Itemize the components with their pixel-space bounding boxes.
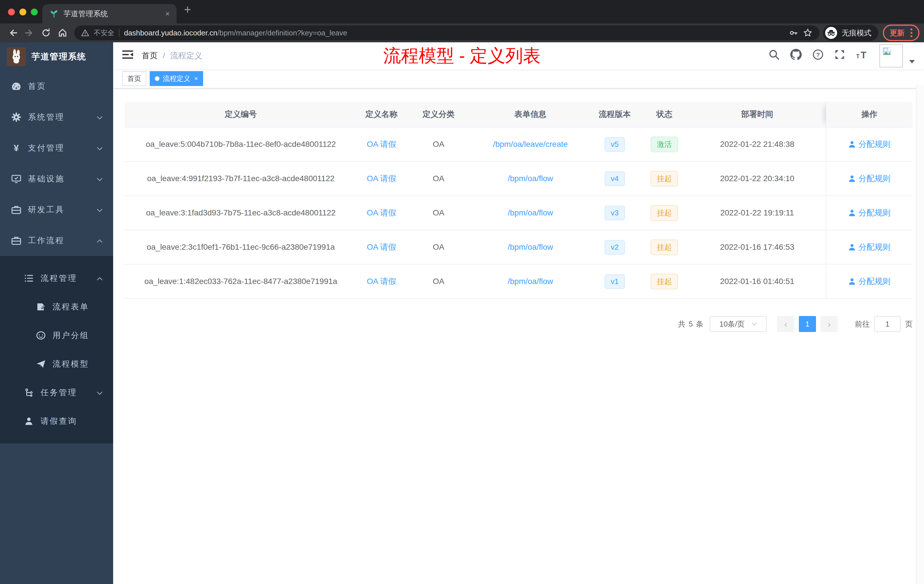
chrome-update-button[interactable]: 更新 bbox=[883, 25, 919, 41]
definition-name-link[interactable]: OA 请假 bbox=[367, 243, 396, 251]
sidebar-item-label: 流程模型 bbox=[53, 358, 89, 370]
sidebar-item-user-group[interactable]: 用户分组 bbox=[0, 321, 113, 350]
security-label: 不安全 bbox=[94, 28, 114, 38]
definition-name-link[interactable]: OA 请假 bbox=[367, 140, 396, 148]
url-path: /bpm/manager/definition?key=oa_leave bbox=[218, 28, 347, 37]
cell-actions: 分配规则 bbox=[826, 162, 912, 196]
address-bar[interactable]: 不安全 dashboard.yudao.iocoder.cn/bpm/manag… bbox=[74, 25, 819, 40]
tab-strip: 芋道管理系统 × + bbox=[0, 0, 924, 23]
tags-view: 首页 流程定义 × bbox=[113, 69, 924, 89]
fullscreen-icon[interactable] bbox=[834, 49, 845, 62]
back-button[interactable] bbox=[5, 25, 21, 41]
table-row: oa_leave:3:1fad3d93-7b75-11ec-a3c8-acde4… bbox=[125, 196, 912, 230]
monitor-check-icon bbox=[12, 175, 21, 183]
document-edit-icon bbox=[36, 303, 46, 311]
sidebar-item-system[interactable]: 系统管理 bbox=[0, 102, 113, 133]
sidebar-item-label: 首页 bbox=[28, 81, 46, 92]
goto-page-input[interactable]: 1 bbox=[874, 316, 901, 332]
cell-category: OA bbox=[406, 162, 472, 196]
definition-name-link[interactable]: OA 请假 bbox=[367, 174, 396, 183]
next-page-button[interactable]: › bbox=[820, 316, 838, 332]
favicon-seedling-icon bbox=[49, 9, 59, 18]
sidebar-item-workflow[interactable]: 工作流程 bbox=[0, 225, 113, 256]
minimize-window-button[interactable] bbox=[20, 8, 26, 15]
cell-category: OA bbox=[406, 127, 472, 162]
close-window-button[interactable] bbox=[8, 8, 15, 15]
browser-tab[interactable]: 芋道管理系统 × bbox=[42, 4, 177, 23]
form-link[interactable]: /bpm/oa/leave/create bbox=[493, 140, 568, 148]
sidebar-item-process-model[interactable]: 流程模型 bbox=[0, 350, 113, 378]
sidebar-collapse-icon[interactable] bbox=[122, 50, 133, 61]
github-icon[interactable] bbox=[790, 49, 802, 63]
table-header-row: 定义编号 定义名称 定义分类 表单信息 流程版本 状态 部署时间 操作 bbox=[125, 102, 912, 127]
zoom-window-button[interactable] bbox=[31, 8, 38, 15]
status-badge: 挂起 bbox=[650, 274, 678, 289]
app-frame: 芋道管理系统 首页 系统管理 ¥ 支付管 bbox=[0, 42, 924, 584]
assign-rule-link[interactable]: 分配规则 bbox=[848, 242, 891, 252]
sidebar-item-dev-tools[interactable]: 研发工具 bbox=[0, 194, 113, 225]
form-link[interactable]: /bpm/oa/flow bbox=[508, 243, 553, 251]
assign-rule-link[interactable]: 分配规则 bbox=[848, 276, 891, 287]
breadcrumb: 首页 / 流程定义 bbox=[142, 50, 202, 61]
cell-id: oa_leave:3:1fad3d93-7b75-11ec-a3c8-acde4… bbox=[125, 196, 357, 230]
scrollbar-gutter[interactable] bbox=[916, 84, 924, 584]
definition-name-link[interactable]: OA 请假 bbox=[367, 208, 396, 217]
sidebar-item-leave-query[interactable]: 请假查询 bbox=[0, 407, 113, 436]
cell-deploy-time: 2022-01-22 21:48:38 bbox=[689, 127, 826, 162]
user-icon bbox=[848, 209, 856, 216]
tab-close-icon[interactable]: × bbox=[165, 10, 170, 18]
home-button[interactable] bbox=[54, 25, 71, 41]
tag-process-definition[interactable]: 流程定义 × bbox=[150, 71, 203, 86]
password-key-icon[interactable] bbox=[789, 28, 798, 38]
assign-rule-link[interactable]: 分配规则 bbox=[848, 208, 891, 218]
gear-icon bbox=[12, 112, 21, 122]
incognito-badge[interactable]: 无痕模式 bbox=[823, 25, 878, 41]
avatar[interactable] bbox=[879, 44, 903, 68]
page-size-value: 10条/页 bbox=[719, 319, 744, 329]
sidebar-item-label: 工作流程 bbox=[28, 235, 64, 246]
prev-page-button[interactable]: ‹ bbox=[777, 316, 794, 332]
form-link[interactable]: /bpm/oa/flow bbox=[508, 208, 553, 217]
assign-rule-link[interactable]: 分配规则 bbox=[848, 139, 891, 150]
reload-button[interactable] bbox=[38, 25, 54, 41]
user-icon bbox=[848, 175, 856, 182]
definition-name-link[interactable]: OA 请假 bbox=[367, 277, 396, 286]
sidebar-logo-row[interactable]: 芋道管理系统 bbox=[0, 42, 113, 71]
sidebar-item-label: 基础设施 bbox=[28, 173, 64, 184]
page-size-select[interactable]: 10条/页 bbox=[710, 316, 767, 332]
tree-list-icon bbox=[24, 274, 34, 282]
font-size-icon[interactable]: TT bbox=[856, 49, 869, 62]
col-header-form: 表单信息 bbox=[472, 102, 590, 127]
bookmark-star-icon[interactable] bbox=[803, 28, 813, 38]
app-logo-rabbit-image bbox=[7, 47, 26, 66]
sidebar-item-process-form[interactable]: 流程表单 bbox=[0, 292, 113, 321]
sidebar-item-home[interactable]: 首页 bbox=[0, 71, 113, 102]
sidebar-item-payment[interactable]: ¥ 支付管理 bbox=[0, 133, 113, 163]
assign-rule-link[interactable]: 分配规则 bbox=[848, 173, 891, 184]
form-link[interactable]: /bpm/oa/flow bbox=[508, 277, 553, 286]
face-icon bbox=[36, 331, 46, 340]
caret-down-icon[interactable] bbox=[909, 55, 915, 66]
form-link[interactable]: /bpm/oa/flow bbox=[508, 174, 553, 183]
user-icon bbox=[24, 417, 34, 426]
traffic-lights bbox=[8, 8, 38, 15]
cell-id: oa_leave:5:004b710b-7b8a-11ec-8ef0-acde4… bbox=[125, 127, 357, 162]
sidebar-item-infrastructure[interactable]: 基础设施 bbox=[0, 163, 113, 194]
breadcrumb-home[interactable]: 首页 bbox=[142, 50, 158, 61]
sidebar-item-task-management[interactable]: 任务管理 bbox=[0, 378, 113, 407]
search-icon[interactable] bbox=[769, 49, 779, 62]
status-badge: 挂起 bbox=[650, 239, 678, 255]
cell-deploy-time: 2022-01-16 17:46:53 bbox=[689, 230, 826, 264]
kebab-menu-icon[interactable] bbox=[910, 28, 912, 38]
warning-icon bbox=[81, 29, 89, 36]
help-icon[interactable]: ? bbox=[813, 49, 823, 62]
toolbox-icon bbox=[12, 236, 21, 245]
tag-close-icon[interactable]: × bbox=[194, 75, 198, 82]
tag-home[interactable]: 首页 bbox=[122, 71, 146, 86]
navbar-actions: ? TT bbox=[769, 44, 915, 68]
new-tab-button[interactable]: + bbox=[184, 3, 191, 16]
current-page-button[interactable]: 1 bbox=[799, 316, 816, 332]
forward-button[interactable] bbox=[21, 25, 38, 41]
chevron-down-icon bbox=[97, 144, 103, 153]
sidebar-item-process-management[interactable]: 流程管理 bbox=[0, 264, 113, 292]
